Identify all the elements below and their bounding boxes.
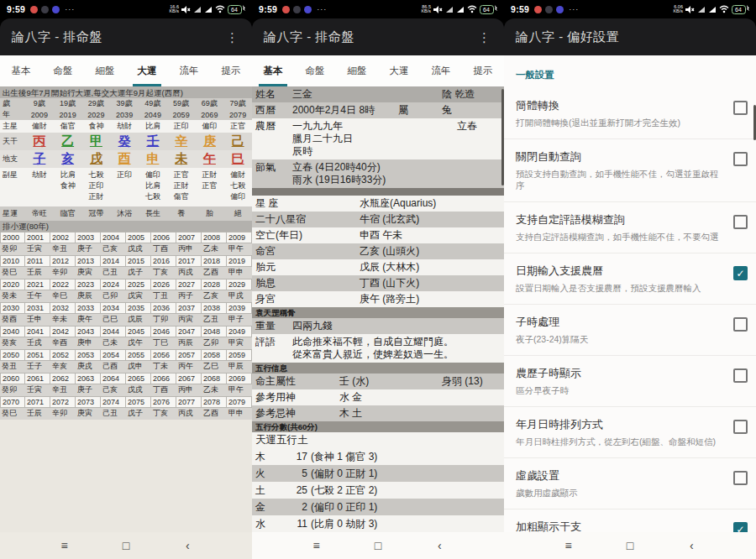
row-value: 水瓶座(Aquarius) bbox=[360, 197, 501, 210]
back-button[interactable]: ‹ bbox=[427, 539, 452, 552]
xiaoyun-year-cell: 2078 bbox=[202, 396, 227, 408]
value-line: 雨水 (19日16時33分) bbox=[292, 174, 501, 186]
xiaoyun-ganzhi-cell: 丙寅 bbox=[176, 314, 202, 326]
setting-item[interactable]: 虛歲設置歲數用虛歲顯示 bbox=[504, 458, 756, 509]
tab-提示[interactable]: 提示 bbox=[210, 55, 252, 86]
back-button[interactable]: ‹ bbox=[175, 539, 200, 552]
charging-bolt-icon bbox=[495, 5, 498, 11]
tab-流年[interactable]: 流年 bbox=[420, 55, 462, 86]
xiaoyun-year-cell: 2062 bbox=[50, 373, 76, 384]
xiaoyun-ganzhi-cell: 乙亥 bbox=[202, 290, 227, 302]
screen-basic: 9:59 ··· 86.5KB/s 64 論八字 - 排命盤 ⋮ 基本命盤細盤大… bbox=[252, 0, 504, 559]
tab-細盤[interactable]: 細盤 bbox=[336, 55, 378, 86]
recents-button[interactable]: ≡ bbox=[556, 539, 581, 552]
dayun-earthly-branch-cell: 午 bbox=[196, 151, 224, 167]
checkbox-checked-icon[interactable]: ✓ bbox=[733, 522, 748, 532]
recents-button[interactable]: ≡ bbox=[52, 539, 77, 552]
dayun-row: 星運帝旺臨官冠帶沐浴長生養胎絕 bbox=[0, 206, 252, 221]
tab-基本[interactable]: 基本 bbox=[252, 55, 294, 86]
checkbox-unchecked-icon[interactable] bbox=[733, 101, 748, 115]
setting-item[interactable]: 支持自定評語模糊查詢支持自定評語模糊查詢，如手機性能不佳，不要勾選 bbox=[504, 202, 756, 253]
xiaoyun-ganzhi-cell: 辛卯 bbox=[50, 408, 76, 420]
row-mid-value: 立春 bbox=[457, 120, 501, 133]
xiaoyun-year-cell: 2068 bbox=[202, 373, 227, 384]
value-line: 一九九九年 bbox=[292, 120, 457, 133]
tab-命盤[interactable]: 命盤 bbox=[42, 55, 84, 86]
checkbox-unchecked-icon[interactable] bbox=[733, 420, 748, 434]
tab-基本[interactable]: 基本 bbox=[0, 55, 42, 86]
setting-item[interactable]: 簡體轉換打開簡體轉換(退出並重新打開才完全生效) bbox=[504, 88, 756, 139]
dayun-start-note: 出生後9年7月開始行大運,每交大運年9月起運(西曆) bbox=[0, 86, 252, 98]
tab-大運[interactable]: 大運 bbox=[378, 55, 420, 86]
xiaoyun-year-cell: 2063 bbox=[76, 373, 101, 384]
recents-button[interactable]: ≡ bbox=[304, 539, 329, 552]
setting-item[interactable]: 日期輸入支援農曆設置日期輸入是否支援農曆，預設支援農曆輸入✓ bbox=[504, 253, 756, 305]
info-row: 農曆一九九九年臘月二十九日辰時立春 bbox=[252, 118, 504, 159]
tab-提示[interactable]: 提示 bbox=[462, 55, 504, 86]
dayun-earthly-branch-cell: 巳 bbox=[223, 151, 252, 167]
info-row: 胎元戊辰 (大林木) bbox=[252, 259, 504, 275]
tab-細盤[interactable]: 細盤 bbox=[84, 55, 126, 86]
setting-item[interactable]: 年月日時排列方式年月日時柱排列方式，從左到右(細盤、命盤和短信) bbox=[504, 407, 756, 458]
dayun-row-label: 地支 bbox=[0, 154, 25, 165]
dayun-earthly-branch-cell: 酉 bbox=[110, 151, 139, 167]
dayun-row-label: 天干 bbox=[0, 136, 25, 147]
sub-star-line: 偏印 bbox=[139, 170, 167, 180]
setting-title: 子時處理 bbox=[516, 315, 725, 330]
overflow-menu-icon[interactable]: ⋮ bbox=[224, 28, 240, 47]
tab-大運[interactable]: 大運 bbox=[126, 55, 168, 86]
xiaoyun-year-cell: 2056 bbox=[151, 349, 176, 361]
checkbox-unchecked-icon[interactable] bbox=[733, 368, 748, 383]
xiaoyun-ganzhi-cell: 庚子 bbox=[76, 384, 101, 396]
xiaoyun-title: 排小運(80年) bbox=[0, 221, 252, 232]
row-right-value: 身弱 (13) bbox=[442, 375, 501, 388]
dayun-row: 主星偏財傷官食神劫財比肩正印偏印正官 bbox=[0, 120, 252, 133]
sub-star-line: 七殺 bbox=[223, 180, 252, 191]
xiaoyun-ganzhi-cell: 庚寅 bbox=[76, 267, 101, 279]
dayun-age-cell: 49歲 bbox=[139, 98, 167, 109]
home-button[interactable]: □ bbox=[617, 539, 643, 552]
setting-item[interactable]: 子時處理夜子(23-24)算隔天 bbox=[504, 305, 756, 356]
sub-star-line: 正財 bbox=[82, 191, 111, 202]
element-score-detail: (偏印 0 正印 1) bbox=[311, 500, 377, 514]
more-notifications-icon: ··· bbox=[569, 5, 579, 13]
dayun-age-cell: 59歲 bbox=[167, 98, 196, 109]
dayun-main-star-cell: 食神 bbox=[82, 121, 111, 132]
checkbox-unchecked-icon[interactable] bbox=[733, 215, 748, 229]
info-row: 命宮乙亥 (山頭火) bbox=[252, 243, 504, 259]
dayun-heavenly-stem-cell: 甲 bbox=[82, 133, 111, 149]
setting-title: 加粗顯示干支 bbox=[516, 520, 725, 532]
xiaoyun-year-cell: 2006 bbox=[151, 232, 176, 243]
setting-item[interactable]: 關閉自動查詢預設支持自動查詢，如手機性能不佳，勾選並重啟程序 bbox=[504, 139, 756, 202]
overflow-menu-icon[interactable]: ⋮ bbox=[476, 28, 492, 47]
home-button[interactable]: □ bbox=[365, 539, 391, 552]
home-button[interactable]: □ bbox=[113, 539, 139, 552]
dayun-star-phase-cell: 長生 bbox=[139, 208, 167, 219]
xiaoyun-ganzhi-cell: 己卯 bbox=[101, 290, 126, 302]
tab-命盤[interactable]: 命盤 bbox=[294, 55, 336, 86]
dayun-age-cell: 39歲 bbox=[110, 98, 139, 109]
network-speed: 86.5KB/s bbox=[421, 5, 431, 14]
xiaoyun-year-cell: 2051 bbox=[25, 349, 50, 361]
section-header: 袁天罡稱骨 bbox=[252, 307, 504, 318]
xiaoyun-row: 2050205120522053205420552056205720582059 bbox=[0, 349, 252, 361]
svg-text:64: 64 bbox=[735, 7, 742, 13]
dayun-earthly-branch-cell: 亥 bbox=[54, 151, 82, 167]
tab-流年[interactable]: 流年 bbox=[168, 55, 210, 86]
dayun-year-cell: 2079 bbox=[223, 111, 252, 119]
back-button[interactable]: ‹ bbox=[679, 539, 704, 552]
checkbox-unchecked-icon[interactable] bbox=[733, 471, 748, 485]
element-score-row: 火5(偏財 0 正財 1) bbox=[252, 465, 504, 482]
row-value: 此命推來福不輕，自成自立耀門庭。從來富貴人親近，使婢差奴過一生。 bbox=[292, 336, 501, 361]
setting-item[interactable]: 農歷子時顯示區分早夜子時 bbox=[504, 356, 756, 407]
xiaoyun-year-cell: 2058 bbox=[202, 349, 227, 361]
checkbox-unchecked-icon[interactable] bbox=[733, 317, 748, 332]
checkbox-checked-icon[interactable]: ✓ bbox=[733, 266, 748, 280]
xiaoyun-year-cell: 2050 bbox=[0, 349, 25, 361]
checkbox-unchecked-icon[interactable] bbox=[733, 152, 748, 166]
xiaoyun-year-cell: 2038 bbox=[202, 302, 227, 314]
setting-item[interactable]: 加粗顯示干支選擇則會在命盤和細盤中加粗顯示干支✓ bbox=[504, 509, 756, 532]
xiaoyun-ganzhi-cell: 辛丑 bbox=[50, 384, 76, 396]
network-speed: 16.6KB/s bbox=[169, 5, 179, 14]
xiaoyun-ganzhi-cell: 甲午 bbox=[227, 243, 252, 255]
